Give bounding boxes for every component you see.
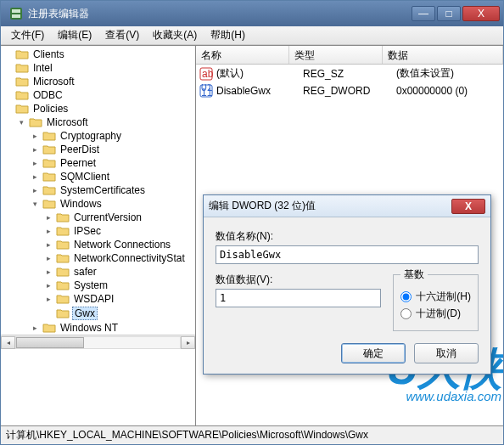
tree-item[interactable]: Microsoft — [1, 75, 195, 88]
tree-item[interactable]: ▸SQMClient — [1, 170, 195, 183]
tree-item[interactable]: ODBC — [1, 88, 195, 102]
expander-icon[interactable]: ▸ — [30, 323, 40, 333]
tree-label[interactable]: ODBC — [31, 89, 64, 101]
radio-dec[interactable]: 十进制(D) — [400, 307, 471, 321]
folder-icon — [42, 322, 56, 334]
value-data-input[interactable] — [216, 289, 381, 307]
list-row[interactable]: 011110DisableGwxREG_DWORD0x00000000 (0) — [196, 82, 503, 99]
value-name-input[interactable] — [216, 245, 479, 264]
expander-icon[interactable]: ▸ — [43, 280, 53, 290]
expander-icon[interactable] — [3, 90, 13, 100]
menu-view[interactable]: 查看(V) — [98, 26, 146, 44]
col-data[interactable]: 数据 — [383, 46, 503, 64]
expander-icon[interactable] — [3, 104, 13, 114]
tree-label[interactable]: Intel — [31, 62, 54, 74]
expander-icon[interactable]: ▸ — [43, 212, 53, 222]
tree-item[interactable]: Gwx — [1, 306, 195, 321]
cancel-button[interactable]: 取消 — [414, 343, 479, 363]
expander-icon[interactable] — [3, 49, 13, 59]
expander-icon[interactable]: ▾ — [30, 199, 40, 209]
value-name-label: 数值名称(N): — [216, 229, 479, 244]
scroll-thumb[interactable] — [16, 337, 84, 348]
folder-icon — [15, 89, 29, 101]
tree-item[interactable]: Clients — [1, 48, 195, 61]
expander-icon[interactable] — [3, 76, 13, 87]
svg-text:110: 110 — [201, 87, 213, 98]
expander-icon[interactable]: ▸ — [43, 294, 53, 304]
titlebar[interactable]: 注册表编辑器 — □ X — [1, 1, 503, 26]
scroll-left-icon[interactable]: ◂ — [1, 336, 15, 349]
expander-icon[interactable]: ▾ — [16, 117, 26, 127]
radio-hex[interactable]: 十六进制(H) — [400, 290, 471, 304]
tree-label[interactable]: Gwx — [72, 307, 98, 320]
radio-hex-input[interactable] — [400, 291, 412, 302]
folder-icon — [15, 48, 29, 60]
tree-item[interactable]: ▸safer — [1, 265, 195, 279]
tree-item[interactable]: ▸System — [1, 279, 195, 292]
tree-item[interactable]: ▸PeerDist — [1, 143, 195, 156]
col-type[interactable]: 类型 — [289, 46, 383, 64]
close-button[interactable]: X — [462, 6, 500, 21]
list-row[interactable]: ab(默认)REG_SZ(数值未设置) — [196, 65, 503, 82]
tree-item[interactable]: Intel — [1, 61, 195, 75]
tree-item[interactable]: ▸Cryptography — [1, 129, 195, 143]
expander-icon[interactable]: ▸ — [30, 131, 40, 141]
menu-help[interactable]: 帮助(H) — [204, 26, 252, 44]
expander-icon[interactable]: ▸ — [30, 144, 40, 155]
tree-label[interactable]: Network Connections — [72, 239, 172, 251]
expander-icon[interactable]: ▸ — [30, 185, 40, 195]
tree-item[interactable]: ▸WSDAPI — [1, 292, 195, 306]
tree-label[interactable]: System — [72, 279, 109, 291]
tree-label[interactable]: Policies — [31, 103, 70, 115]
expander-icon[interactable]: ▸ — [30, 158, 40, 168]
tree-label[interactable]: Microsoft — [31, 76, 76, 87]
menu-favorites[interactable]: 收藏夹(A) — [146, 26, 204, 44]
menu-file[interactable]: 文件(F) — [4, 26, 51, 44]
expander-icon[interactable] — [43, 308, 53, 318]
radio-dec-input[interactable] — [400, 308, 412, 319]
tree-label[interactable]: PeerDist — [59, 144, 101, 155]
dialog-titlebar[interactable]: 编辑 DWORD (32 位)值 X — [204, 195, 490, 217]
tree-label[interactable]: SystemCertificates — [59, 184, 147, 196]
expander-icon[interactable]: ▸ — [43, 239, 53, 250]
ok-button[interactable]: 确定 — [341, 343, 406, 363]
tree-hscroll[interactable]: ◂ ▸ — [1, 335, 195, 349]
maximize-button[interactable]: □ — [437, 6, 461, 21]
tree-item[interactable]: ▸CurrentVersion — [1, 211, 195, 224]
tree-item[interactable]: ▸SystemCertificates — [1, 183, 195, 197]
menu-edit[interactable]: 编辑(E) — [51, 26, 98, 44]
folder-icon — [56, 266, 70, 278]
tree-label[interactable]: Cryptography — [59, 130, 123, 142]
tree-item[interactable]: ▾Windows — [1, 197, 195, 211]
tree-label[interactable]: IPSec — [72, 225, 103, 237]
expander-icon[interactable]: ▸ — [43, 253, 53, 263]
expander-icon[interactable] — [3, 63, 13, 73]
tree-item[interactable]: ▸Windows NT — [1, 321, 195, 335]
tree-item[interactable]: ▸Peernet — [1, 156, 195, 170]
tree-label[interactable]: CurrentVersion — [72, 211, 143, 223]
folder-icon — [56, 252, 70, 264]
tree-item[interactable]: ▸Network Connections — [1, 238, 195, 251]
tree-item[interactable]: ▸IPSec — [1, 224, 195, 238]
tree-item[interactable]: ▾Microsoft — [1, 115, 195, 129]
minimize-button[interactable]: — — [412, 6, 435, 21]
tree-label[interactable]: Microsoft — [45, 116, 90, 128]
tree-label[interactable]: NetworkConnectivityStat — [72, 252, 187, 264]
col-name[interactable]: 名称 — [196, 46, 289, 64]
tree-label[interactable]: Windows NT — [59, 322, 120, 334]
tree-label[interactable]: Clients — [31, 48, 66, 60]
expander-icon[interactable]: ▸ — [43, 226, 53, 236]
tree-label[interactable]: safer — [72, 266, 98, 278]
tree-label[interactable]: SQMClient — [59, 171, 111, 183]
tree-label[interactable]: Windows — [59, 198, 104, 210]
scroll-right-icon[interactable]: ▸ — [181, 336, 195, 349]
tree-label[interactable]: Peernet — [59, 157, 98, 169]
expander-icon[interactable]: ▸ — [43, 267, 53, 277]
regedit-window: 注册表编辑器 — □ X 文件(F) 编辑(E) 查看(V) 收藏夹(A) 帮助… — [0, 0, 504, 445]
expander-icon[interactable]: ▸ — [30, 172, 40, 182]
tree-pane[interactable]: ClientsIntelMicrosoftODBCPolicies▾Micros… — [1, 46, 196, 425]
dialog-close-button[interactable]: X — [451, 199, 485, 214]
tree-label[interactable]: WSDAPI — [72, 293, 115, 305]
tree-item[interactable]: ▸NetworkConnectivityStat — [1, 251, 195, 265]
tree-item[interactable]: Policies — [1, 102, 195, 115]
